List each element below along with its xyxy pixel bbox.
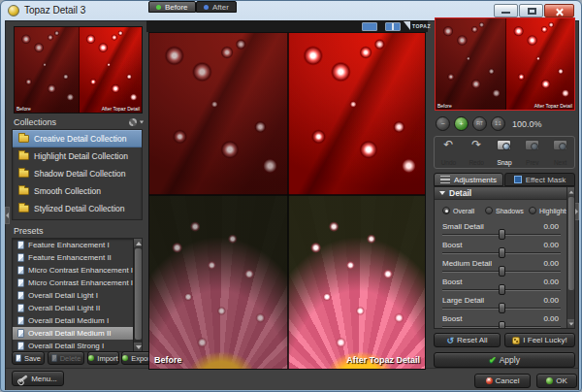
collection-item[interactable]: Smooth Collection	[13, 182, 142, 200]
collection-item[interactable]: Shadow Detail Collection	[13, 165, 142, 182]
slider-label: Small Detail	[442, 222, 484, 231]
folder-icon	[18, 170, 29, 178]
maximize-icon	[528, 8, 536, 15]
scrollbar-thumb[interactable]	[568, 197, 574, 290]
preview-leaf-before	[149, 33, 288, 195]
reset-all-button[interactable]: ↺ Reset All	[434, 333, 501, 347]
collections-options-button[interactable]	[129, 118, 145, 126]
preset-item[interactable]: Overall Detail Light II	[13, 302, 142, 314]
menu-button[interactable]: Menu...	[12, 371, 64, 386]
detail-scrollbar[interactable]	[566, 187, 574, 328]
zoom-in-button[interactable]: +	[454, 116, 469, 131]
preset-label: Overall Detail Light I	[28, 291, 98, 300]
scrollbar-thumb[interactable]	[135, 248, 142, 340]
radio-icon	[485, 207, 493, 214]
zoom-out-button[interactable]: −	[436, 116, 450, 131]
slider-track[interactable]	[442, 326, 561, 328]
collection-label: Creative Detail Collection	[34, 134, 126, 144]
close-button[interactable]	[544, 4, 574, 17]
collections-header: Collections	[14, 117, 56, 127]
slider-thumb[interactable]	[499, 229, 505, 240]
left-panel-collapse-handle[interactable]	[5, 207, 10, 224]
maximize-button[interactable]	[519, 4, 543, 17]
thumbnail-before-image	[15, 27, 79, 113]
zoom-fit-button[interactable]: FIT	[472, 116, 487, 131]
tab-effect-mask[interactable]: Effect Mask	[504, 173, 575, 186]
scroll-down-icon[interactable]	[134, 343, 143, 351]
slider-thumb[interactable]	[499, 284, 505, 295]
scroll-up-icon[interactable]	[567, 187, 575, 196]
collapse-triangle-icon	[439, 191, 445, 195]
preset-item[interactable]: Overall Detail Medium II	[13, 327, 142, 340]
detail-panel-header[interactable]: Detail	[435, 187, 568, 200]
next-button[interactable]: Next	[546, 137, 574, 168]
scroll-down-icon[interactable]	[567, 319, 575, 328]
single-view-button[interactable]	[362, 22, 377, 31]
slider-track[interactable]	[442, 308, 561, 310]
collection-label: Shadow Detail Collection	[34, 169, 126, 179]
preview-flower-after	[288, 195, 426, 370]
save-button[interactable]: Save	[12, 351, 45, 365]
preset-item[interactable]: Feature Enhancement I	[13, 239, 142, 251]
presets-scrollbar[interactable]	[133, 239, 142, 351]
topaz-logo-text: TOPAZ	[412, 23, 431, 29]
tab-adjustments[interactable]: Adjustments	[434, 173, 503, 186]
i-feel-lucky-button[interactable]: I Feel Lucky!	[504, 333, 575, 347]
slider-track[interactable]	[442, 289, 561, 291]
preview-before-label: Before	[154, 355, 182, 365]
slider-thumb[interactable]	[499, 247, 505, 258]
preview-flower-before	[149, 195, 288, 370]
collection-item[interactable]: Stylized Detail Collection	[13, 200, 142, 217]
navigator-thumbnail[interactable]: Before After Topaz Detail	[435, 17, 575, 111]
slider-label: Large Detail	[442, 296, 484, 305]
tab-after[interactable]: After	[196, 1, 237, 13]
preset-icon	[17, 253, 24, 262]
ok-button[interactable]: OK	[536, 374, 577, 388]
radio-overall[interactable]: Overall	[442, 207, 474, 214]
left-preview-thumbnail[interactable]: Before After Topaz Detail	[14, 26, 143, 114]
split-view-button[interactable]	[385, 22, 401, 31]
zoom-actual-button[interactable]: 1:1	[491, 116, 505, 131]
preset-item[interactable]: Overall Detail Medium I	[13, 314, 142, 327]
zoom-out-icon: −	[440, 120, 444, 127]
after-dot-icon	[204, 5, 209, 10]
tab-before[interactable]: Before	[148, 1, 196, 13]
presets-list: Feature Enhancement I Feature Enhancemen…	[12, 238, 143, 352]
app-window: Topaz Detail 3 Before After Topaz Detail…	[0, 0, 582, 392]
prev-button[interactable]: Prev	[518, 137, 546, 168]
main-preview-image[interactable]: Before After Topaz Detail	[148, 32, 426, 370]
radio-shadows[interactable]: Shadows	[485, 207, 524, 214]
preset-label: Feature Enhancement II	[28, 253, 112, 262]
collection-item[interactable]: Creative Detail Collection	[13, 130, 142, 147]
apply-button[interactable]: ✔ Apply	[434, 352, 575, 368]
preset-item[interactable]: Micro Contrast Enhancement I	[13, 264, 142, 277]
slider-track[interactable]	[442, 234, 561, 236]
slider-thumb[interactable]	[499, 321, 505, 329]
folder-icon	[18, 187, 29, 195]
preset-item[interactable]: Feature Enhancement II	[13, 251, 142, 264]
preset-item[interactable]: Overall Detail Light I	[13, 289, 142, 302]
navigator-before-image	[436, 18, 505, 110]
window-title: Topaz Detail 3	[24, 5, 85, 16]
topaz-logo-icon	[404, 21, 410, 30]
slider-track[interactable]	[442, 271, 561, 273]
ok-icon	[546, 377, 553, 384]
mask-icon	[514, 176, 522, 183]
slider-track[interactable]	[442, 252, 561, 254]
gear-icon	[129, 118, 137, 126]
slider-thumb[interactable]	[499, 303, 505, 313]
collection-item[interactable]: Highlight Detail Collection	[13, 147, 142, 165]
snap-button[interactable]: Snap	[491, 137, 519, 168]
delete-button[interactable]: Delete	[48, 351, 84, 365]
scroll-up-icon[interactable]	[134, 239, 143, 247]
redo-button[interactable]: ↷ Redo	[463, 137, 491, 168]
minimize-button[interactable]	[494, 4, 518, 17]
preset-label: Overall Detail Medium I	[28, 316, 109, 325]
slider-thumb[interactable]	[499, 266, 505, 277]
undo-button[interactable]: ↶ Undo	[435, 137, 463, 168]
import-button[interactable]: Import	[87, 351, 119, 365]
preset-item[interactable]: Micro Contrast Enhancement II	[13, 277, 142, 289]
preset-icon	[17, 304, 24, 312]
radio-highlights[interactable]: Highlights	[529, 207, 569, 214]
cancel-button[interactable]: Cancel	[474, 374, 531, 388]
